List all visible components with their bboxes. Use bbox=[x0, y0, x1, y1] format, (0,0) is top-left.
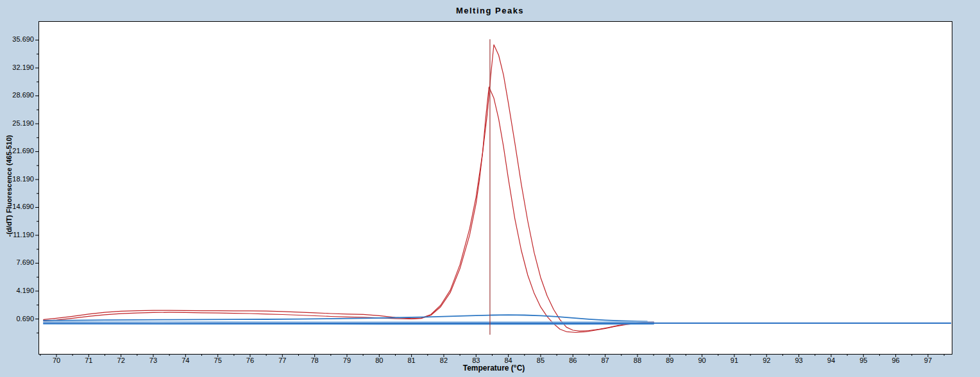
y-tick-label: 4.190 bbox=[0, 287, 34, 294]
plot-canvas bbox=[0, 0, 980, 377]
x-tick-label: 97 bbox=[914, 356, 942, 364]
x-tick-label: 77 bbox=[268, 356, 296, 364]
x-tick-label: 83 bbox=[462, 356, 490, 364]
x-tick-label: 85 bbox=[527, 356, 555, 364]
x-tick-label: 91 bbox=[720, 356, 748, 364]
x-tick-label: 80 bbox=[365, 356, 393, 364]
x-tick-label: 86 bbox=[559, 356, 587, 364]
y-tick-label: 35.690 bbox=[0, 35, 34, 43]
x-tick-label: 92 bbox=[752, 356, 781, 364]
x-tick-label: 93 bbox=[785, 356, 813, 364]
y-tick-label: 18.190 bbox=[0, 175, 34, 183]
y-tick-label: 11.190 bbox=[0, 231, 34, 239]
y-tick-label: 14.690 bbox=[0, 203, 34, 210]
x-tick-label: 96 bbox=[882, 356, 910, 364]
x-tick-label: 71 bbox=[74, 356, 103, 364]
x-tick-label: 82 bbox=[430, 356, 458, 364]
x-tick-label: 81 bbox=[398, 356, 426, 364]
chart-title: Melting Peaks bbox=[0, 6, 980, 15]
x-axis-title: Temperature (°C) bbox=[0, 364, 980, 373]
x-tick-label: 73 bbox=[139, 356, 167, 364]
x-tick-label: 94 bbox=[817, 356, 845, 364]
x-tick-label: 79 bbox=[333, 356, 361, 364]
y-tick-label: 32.190 bbox=[0, 63, 34, 71]
x-tick-label: 76 bbox=[236, 356, 264, 364]
plot-area bbox=[39, 22, 952, 355]
x-tick-label: 70 bbox=[42, 356, 71, 364]
y-tick-label: 0.690 bbox=[0, 315, 34, 323]
x-tick-label: 90 bbox=[688, 356, 716, 364]
x-tick-label: 72 bbox=[107, 356, 135, 364]
x-tick-label: 89 bbox=[655, 356, 684, 364]
melting-peaks-chart: Melting Peaks -(d/dT) Fluorescence (465-… bbox=[0, 0, 980, 377]
x-tick-label: 88 bbox=[623, 356, 652, 364]
x-tick-label: 74 bbox=[171, 356, 199, 364]
x-tick-label: 87 bbox=[591, 356, 620, 364]
y-tick-label: 28.690 bbox=[0, 91, 34, 99]
y-tick-label: 25.190 bbox=[0, 119, 34, 127]
y-tick-label: 21.690 bbox=[0, 147, 34, 155]
y-tick-label: 7.690 bbox=[0, 258, 34, 266]
x-tick-label: 84 bbox=[494, 356, 523, 364]
x-tick-label: 78 bbox=[301, 356, 329, 364]
x-tick-label: 75 bbox=[204, 356, 232, 364]
x-tick-label: 95 bbox=[849, 356, 877, 364]
